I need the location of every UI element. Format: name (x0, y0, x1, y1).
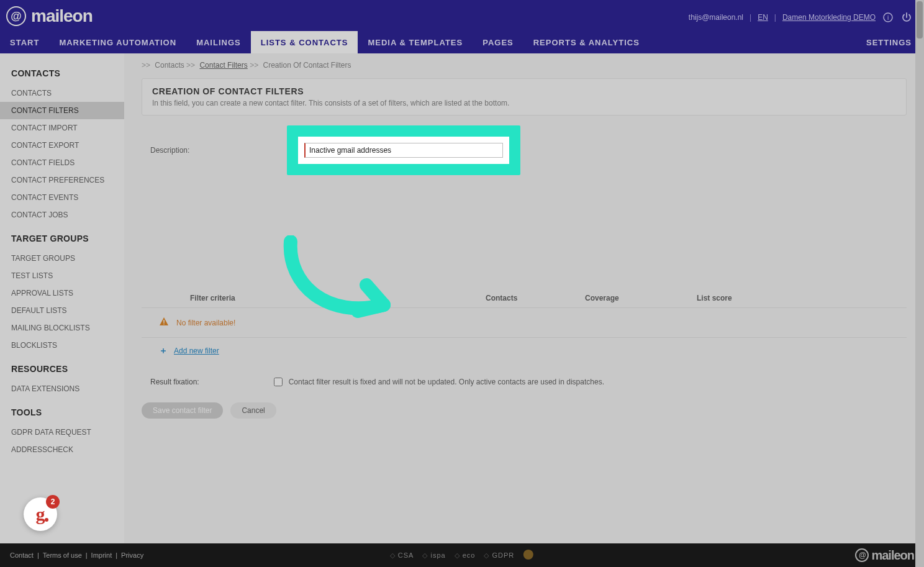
sidebar-item-contacts[interactable]: CONTACTS (0, 84, 124, 102)
guide-bubble[interactable]: g 2 (24, 497, 57, 531)
sidebar-item-contact-jobs[interactable]: CONTACT JOBS (0, 206, 124, 224)
footer-link-imprint[interactable]: Imprint (91, 551, 112, 559)
footer-badge-circle-icon (523, 549, 534, 561)
sidebar-item-mailing-blocklists[interactable]: MAILING BLOCKLISTS (0, 319, 124, 337)
guide-dot-icon (45, 518, 48, 522)
footer-badges: ◇CSA◇ispa◇eco◇GDPR (390, 549, 534, 561)
nav-pages[interactable]: PAGES (473, 31, 523, 53)
brand-logo-icon (6, 6, 26, 26)
brand-logo[interactable]: maileon (6, 6, 93, 26)
breadcrumb-arrow-icon: >> (142, 61, 152, 70)
account-link[interactable]: Damen Motorkleding DEMO (782, 13, 876, 22)
add-filter-link[interactable]: Add new filter (174, 347, 219, 355)
nav-media-templates[interactable]: MEDIA & TEMPLATES (358, 31, 473, 53)
sidebar-section-target-groups: TARGET GROUPS (0, 224, 124, 250)
sidebar: CONTACTSCONTACTSCONTACT FILTERSCONTACT I… (0, 53, 124, 543)
sidebar-section-contacts: CONTACTS (0, 58, 124, 84)
sidebar-item-contact-filters[interactable]: CONTACT FILTERS (0, 102, 124, 119)
add-filter-row: ＋ Add new filter (142, 338, 907, 364)
sidebar-item-contact-import[interactable]: CONTACT IMPORT (0, 119, 124, 137)
footer-link-terms-of-use[interactable]: Terms of use (43, 551, 82, 559)
sidebar-item-contact-fields[interactable]: CONTACT FIELDS (0, 154, 124, 171)
nav-mailings[interactable]: MAILINGS (186, 31, 251, 53)
separator: | (750, 13, 751, 22)
scrollbar-thumb[interactable] (917, 1, 923, 39)
breadcrumb-contacts: Contacts (155, 61, 184, 70)
breadcrumb-creation-of-contact-filters: Creation Of Contact Filters (263, 61, 351, 70)
result-fixation-checkbox[interactable] (274, 378, 283, 386)
breadcrumb-arrow-icon: >> (250, 61, 260, 70)
guide-g-icon: g (36, 505, 45, 524)
footer-badge-eco: ◇eco (455, 551, 476, 560)
scrollbar[interactable] (915, 0, 924, 567)
warning-icon (159, 317, 169, 329)
sidebar-item-approval-lists[interactable]: APPROVAL LISTS (0, 284, 124, 302)
sidebar-item-test-lists[interactable]: TEST LISTS (0, 267, 124, 284)
sidebar-item-target-groups[interactable]: TARGET GROUPS (0, 250, 124, 267)
language-toggle[interactable]: EN (758, 13, 768, 22)
footer: Contact | Terms of use | Imprint | Priva… (0, 543, 924, 567)
svg-point-4 (523, 550, 533, 560)
no-filter-text: No filter available! (176, 319, 235, 327)
nav-lists-contacts[interactable]: LISTS & CONTACTS (251, 31, 358, 53)
no-filter-row: No filter available! (142, 308, 907, 337)
footer-badge-csa: ◇CSA (390, 551, 414, 560)
sidebar-item-contact-export[interactable]: CONTACT EXPORT (0, 137, 124, 154)
brand-logo-text: maileon (31, 6, 93, 26)
description-row: Description: (142, 125, 907, 175)
separator: | (116, 551, 117, 559)
plus-icon: ＋ (159, 345, 168, 356)
description-label: Description: (150, 146, 287, 155)
svg-text:i: i (887, 14, 889, 21)
sidebar-section-tools: TOOLS (0, 397, 124, 424)
col-contacts: Contacts (486, 294, 585, 302)
nav-settings[interactable]: SETTINGS (866, 31, 912, 53)
main-nav: STARTMARKETING AUTOMATIONMAILINGSLISTS &… (0, 31, 650, 53)
footer-link-contact[interactable]: Contact (10, 551, 34, 559)
breadcrumb-arrow-icon: >> (186, 61, 197, 70)
topbar: maileon thijs@maileon.nl | EN | Damen Mo… (0, 0, 924, 53)
separator: | (37, 551, 39, 559)
top-right-bar: thijs@maileon.nl | EN | Damen Motorkledi… (689, 11, 913, 24)
footer-link-privacy[interactable]: Privacy (121, 551, 143, 559)
sidebar-section-resources: RESOURCES (0, 354, 124, 380)
sidebar-item-gdpr-data-request[interactable]: GDPR DATA REQUEST (0, 424, 124, 441)
nav-start[interactable]: START (0, 31, 49, 53)
nav-marketing-automation[interactable]: MARKETING AUTOMATION (49, 31, 186, 53)
description-input[interactable] (304, 143, 503, 158)
col-list-score: List score (684, 294, 898, 302)
nav-reports-analytics[interactable]: REPORTS & ANALYTICS (523, 31, 650, 53)
breadcrumb-contact-filters[interactable]: Contact Filters (199, 61, 247, 70)
sidebar-item-data-extensions[interactable]: DATA EXTENSIONS (0, 380, 124, 397)
user-email: thijs@maileon.nl (689, 13, 743, 22)
power-icon[interactable] (900, 11, 913, 24)
footer-brand-logo: maileon (855, 548, 914, 563)
footer-brand-text: maileon (871, 548, 914, 563)
sidebar-item-contact-events[interactable]: CONTACT EVENTS (0, 189, 124, 206)
footer-badge-gdpr: ◇GDPR (484, 551, 514, 560)
result-fixation-row: Result fixation: Contact filter result i… (142, 364, 907, 391)
sidebar-item-blocklists[interactable]: BLOCKLISTS (0, 337, 124, 354)
filter-table-header: Filter criteria Contacts Coverage List s… (142, 294, 907, 307)
page-subtitle: In this field, you can create a new cont… (152, 99, 896, 107)
main-content: >> Contacts >> Contact Filters >> Creati… (124, 53, 924, 543)
col-coverage: Coverage (585, 294, 684, 302)
highlight-frame (287, 125, 520, 175)
separator: | (86, 551, 88, 559)
save-button[interactable]: Save contact filter (142, 402, 223, 419)
sidebar-item-contact-preferences[interactable]: CONTACT PREFERENCES (0, 171, 124, 189)
sidebar-item-addresscheck[interactable]: ADDRESSCHECK (0, 441, 124, 458)
info-icon[interactable]: i (882, 11, 894, 24)
col-filter-criteria: Filter criteria (150, 294, 486, 302)
svg-rect-2 (163, 320, 164, 323)
svg-rect-3 (163, 324, 164, 324)
cancel-button[interactable]: Cancel (230, 402, 276, 419)
footer-links: Contact | Terms of use | Imprint | Priva… (10, 551, 143, 559)
footer-brand-icon (855, 548, 869, 562)
button-row: Save contact filter Cancel (142, 391, 907, 419)
footer-badge-ispa: ◇ispa (422, 551, 445, 560)
separator: | (774, 13, 776, 22)
sidebar-item-default-lists[interactable]: DEFAULT LISTS (0, 302, 124, 319)
page-title: CREATION OF CONTACT FILTERS (152, 86, 896, 96)
result-fixation-text: Contact filter result is fixed and will … (289, 378, 604, 386)
